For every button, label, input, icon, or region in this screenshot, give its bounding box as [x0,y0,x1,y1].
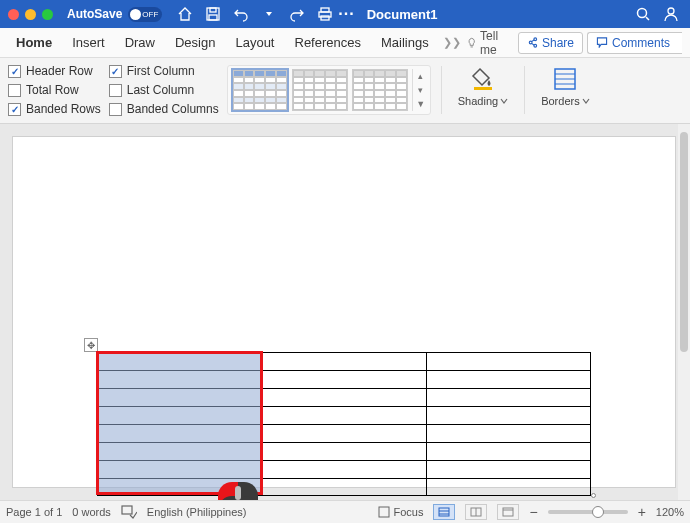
svg-rect-11 [474,87,492,90]
label-total-row: Total Row [26,83,79,97]
close-icon[interactable] [8,9,19,20]
shading-button[interactable]: Shading [452,64,514,107]
checkbox-header-row[interactable] [8,65,21,78]
svg-rect-16 [122,506,132,514]
svg-point-7 [668,8,674,14]
table-row[interactable] [98,407,591,425]
print-icon[interactable] [314,3,336,25]
tab-references[interactable]: References [287,29,369,56]
svg-rect-2 [209,15,217,20]
web-layout-view-icon[interactable] [497,504,519,520]
checkbox-banded-columns[interactable] [109,103,122,116]
more-tabs-icon[interactable]: ❯❯ [441,36,463,49]
title-bar: AutoSave OFF ··· Document1 [0,0,690,28]
mouse-cursor-graphic [218,482,258,500]
table-resize-handle-icon[interactable] [591,493,596,498]
status-bar: Page 1 of 1 0 words English (Philippines… [0,500,690,523]
autosave-label: AutoSave [67,7,122,21]
autosave-state: OFF [142,10,158,19]
chevron-down-icon [582,97,590,105]
table-style-3[interactable] [352,69,408,111]
svg-point-6 [638,9,647,18]
tell-me-label: Tell me [480,29,510,57]
tab-design[interactable]: Design [167,29,223,56]
table-row[interactable] [98,479,591,496]
maximize-icon[interactable] [42,9,53,20]
chevron-down-icon [500,97,508,105]
label-banded-rows: Banded Rows [26,102,101,116]
read-view-icon[interactable] [465,504,487,520]
ribbon-panel: Header Row Total Row Banded Rows First C… [0,58,690,124]
vertical-scrollbar[interactable] [678,124,690,500]
checkbox-total-row[interactable] [8,84,21,97]
svg-rect-1 [210,8,216,12]
window-controls [8,9,53,20]
scroll-thumb[interactable] [680,132,688,352]
svg-rect-17 [379,507,389,517]
table-styles-gallery: ▴▾▼ [227,65,431,115]
tab-insert[interactable]: Insert [64,29,113,56]
share-label: Share [542,36,574,50]
focus-label: Focus [394,506,424,518]
undo-icon[interactable] [230,3,252,25]
comments-label: Comments [612,36,670,50]
more-icon[interactable]: ··· [338,5,354,23]
label-banded-columns: Banded Columns [127,102,219,116]
table-row[interactable] [98,353,591,371]
document-title: Document1 [367,7,438,22]
label-header-row: Header Row [26,64,93,78]
svg-point-8 [534,38,537,41]
document-canvas[interactable]: ✥ [0,124,690,500]
print-layout-view-icon[interactable] [433,504,455,520]
zoom-out-button[interactable]: − [529,504,537,520]
minimize-icon[interactable] [25,9,36,20]
svg-point-10 [534,44,537,47]
borders-button[interactable]: Borders [535,64,596,107]
svg-point-9 [529,41,532,44]
checkbox-banded-rows[interactable] [8,103,21,116]
table-style-1[interactable] [232,69,288,111]
table-row[interactable] [98,425,591,443]
focus-mode-button[interactable]: Focus [378,506,424,518]
home-icon[interactable] [174,3,196,25]
tab-layout[interactable]: Layout [227,29,282,56]
zoom-in-button[interactable]: + [638,504,646,520]
checkbox-last-column[interactable] [109,84,122,97]
zoom-slider[interactable] [548,510,628,514]
label-last-column: Last Column [127,83,194,97]
table-move-handle-icon[interactable]: ✥ [84,338,98,352]
styles-more-icon[interactable]: ▴▾▼ [412,69,426,111]
shading-label: Shading [458,95,498,107]
zoom-level[interactable]: 120% [656,506,684,518]
document-table[interactable] [97,352,591,496]
svg-rect-23 [503,508,513,516]
comments-button[interactable]: Comments [587,32,682,54]
autosave-toggle[interactable]: OFF [128,7,162,22]
tab-home[interactable]: Home [8,29,60,56]
account-icon[interactable] [660,3,682,25]
tell-me[interactable]: Tell me [467,29,510,57]
table-style-2[interactable] [292,69,348,111]
tab-mailings[interactable]: Mailings [373,29,437,56]
divider [441,66,442,114]
search-icon[interactable] [632,3,654,25]
tab-draw[interactable]: Draw [117,29,163,56]
save-icon[interactable] [202,3,224,25]
svg-rect-5 [321,16,329,20]
ribbon-tabs: Home Insert Draw Design Layout Reference… [0,28,690,58]
svg-rect-18 [439,508,449,516]
table-row[interactable] [98,461,591,479]
label-first-column: First Column [127,64,195,78]
undo-dropdown-icon[interactable] [258,3,280,25]
table-row[interactable] [98,389,591,407]
redo-icon[interactable] [286,3,308,25]
status-language[interactable]: English (Philippines) [147,506,247,518]
checkbox-first-column[interactable] [109,65,122,78]
status-page[interactable]: Page 1 of 1 [6,506,62,518]
quick-access-toolbar [174,3,336,25]
table-row[interactable] [98,371,591,389]
status-words[interactable]: 0 words [72,506,111,518]
table-row[interactable] [98,443,591,461]
spellcheck-icon[interactable] [121,505,137,519]
share-button[interactable]: Share [518,32,583,54]
